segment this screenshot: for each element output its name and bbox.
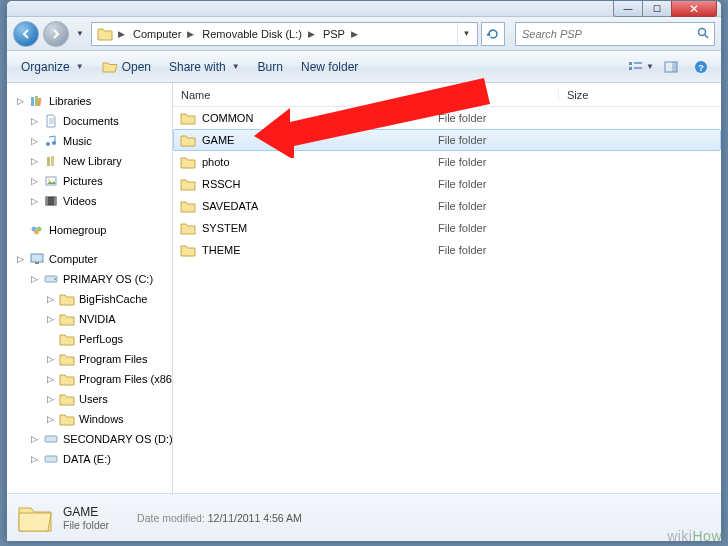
file-row[interactable]: RSSCHFile folder bbox=[173, 173, 721, 195]
file-row[interactable]: SAVEDATAFile folder bbox=[173, 195, 721, 217]
file-row[interactable]: THEMEFile folder bbox=[173, 239, 721, 261]
svg-rect-17 bbox=[46, 197, 48, 205]
breadcrumb-disk[interactable]: Removable Disk (L:) bbox=[196, 28, 306, 40]
column-size[interactable]: Size bbox=[559, 89, 639, 101]
address-bar[interactable]: ▶ Computer ▶ Removable Disk (L:) ▶ PSP ▶… bbox=[91, 22, 478, 46]
file-row[interactable]: SYSTEMFile folder bbox=[173, 217, 721, 239]
folder-open-icon bbox=[102, 60, 118, 74]
tree-newlibrary[interactable]: ▷New Library bbox=[11, 151, 172, 171]
svg-point-10 bbox=[46, 142, 50, 146]
tree-videos[interactable]: ▷Videos bbox=[11, 191, 172, 211]
back-button[interactable] bbox=[13, 21, 39, 47]
tree-data[interactable]: ▷DATA (E:) bbox=[11, 449, 172, 469]
svg-point-0 bbox=[698, 29, 705, 36]
chevron-right-icon[interactable]: ▶ bbox=[116, 29, 127, 39]
explorer-window: — ☐ ✕ ▼ ▶ Computer ▶ Removable Disk (L:)… bbox=[6, 0, 722, 541]
videos-icon bbox=[43, 193, 59, 209]
navigation-bar: ▼ ▶ Computer ▶ Removable Disk (L:) ▶ PSP… bbox=[7, 17, 721, 51]
help-button[interactable]: ? bbox=[687, 55, 715, 79]
file-row[interactable]: photoFile folder bbox=[173, 151, 721, 173]
folder-icon bbox=[59, 391, 75, 407]
svg-point-15 bbox=[48, 179, 50, 181]
tree-primary-os[interactable]: ▷PRIMARY OS (C:) bbox=[11, 269, 172, 289]
refresh-button[interactable] bbox=[481, 22, 505, 46]
folder-icon bbox=[59, 351, 75, 367]
tree-nvidia[interactable]: ▷NVIDIA bbox=[11, 309, 172, 329]
drive-icon bbox=[43, 431, 59, 447]
tree-libraries[interactable]: ▷Libraries bbox=[11, 91, 172, 111]
search-box[interactable] bbox=[515, 22, 715, 46]
file-type: File folder bbox=[430, 178, 560, 190]
new-folder-button[interactable]: New folder bbox=[293, 55, 366, 79]
svg-rect-27 bbox=[45, 456, 57, 462]
folder-icon bbox=[180, 221, 196, 235]
file-list[interactable]: COMMONFile folderGAMEFile folderphotoFil… bbox=[173, 107, 721, 493]
column-name[interactable]: Name bbox=[173, 89, 429, 101]
svg-rect-4 bbox=[672, 62, 677, 72]
breadcrumb-folder[interactable]: PSP bbox=[317, 28, 349, 40]
tree-perflogs[interactable]: PerfLogs bbox=[11, 329, 172, 349]
forward-button[interactable] bbox=[43, 21, 69, 47]
search-icon[interactable] bbox=[692, 27, 714, 40]
breadcrumb-computer[interactable]: Computer bbox=[127, 28, 185, 40]
folder-icon bbox=[59, 311, 75, 327]
file-name: COMMON bbox=[202, 112, 253, 124]
pictures-icon bbox=[43, 173, 59, 189]
share-button[interactable]: Share with▼ bbox=[161, 55, 248, 79]
minimize-button[interactable]: — bbox=[613, 1, 643, 17]
chevron-right-icon[interactable]: ▶ bbox=[349, 29, 360, 39]
tree-computer[interactable]: ▷Computer bbox=[11, 249, 172, 269]
folder-icon bbox=[180, 155, 196, 169]
svg-point-21 bbox=[34, 230, 39, 235]
preview-pane-button[interactable] bbox=[657, 55, 685, 79]
titlebar[interactable]: — ☐ ✕ bbox=[7, 1, 721, 17]
maximize-button[interactable]: ☐ bbox=[642, 1, 672, 17]
tree-secondary-os[interactable]: ▷SECONDARY OS (D:) bbox=[11, 429, 172, 449]
folder-icon bbox=[59, 291, 75, 307]
tree-windows[interactable]: ▷Windows bbox=[11, 409, 172, 429]
folder-icon bbox=[59, 331, 75, 347]
folder-icon bbox=[96, 25, 114, 43]
nav-history-dropdown[interactable]: ▼ bbox=[73, 25, 87, 43]
chevron-right-icon[interactable]: ▶ bbox=[185, 29, 196, 39]
column-headers: Name Type Size bbox=[173, 83, 721, 107]
tree-homegroup[interactable]: Homegroup bbox=[11, 220, 172, 240]
address-dropdown[interactable]: ▼ bbox=[457, 23, 475, 45]
folder-icon bbox=[180, 177, 196, 191]
details-type: File folder bbox=[63, 519, 109, 531]
tree-users[interactable]: ▷Users bbox=[11, 389, 172, 409]
open-button[interactable]: Open bbox=[94, 55, 159, 79]
navigation-tree[interactable]: ▷Libraries ▷Documents ▷Music ▷New Librar… bbox=[7, 83, 173, 493]
file-type: File folder bbox=[430, 244, 560, 256]
file-name: GAME bbox=[202, 134, 234, 146]
column-type[interactable]: Type bbox=[429, 89, 559, 101]
window-buttons: — ☐ ✕ bbox=[614, 1, 717, 17]
folder-icon bbox=[180, 133, 196, 147]
file-name: SYSTEM bbox=[202, 222, 247, 234]
close-button[interactable]: ✕ bbox=[671, 1, 717, 17]
organize-button[interactable]: Organize▼ bbox=[13, 55, 92, 79]
file-name: THEME bbox=[202, 244, 241, 256]
document-icon bbox=[43, 113, 59, 129]
tree-progfilesx86[interactable]: ▷Program Files (x86) bbox=[11, 369, 172, 389]
svg-rect-12 bbox=[47, 157, 50, 166]
file-name: photo bbox=[202, 156, 230, 168]
folder-icon bbox=[180, 199, 196, 213]
tree-progfiles[interactable]: ▷Program Files bbox=[11, 349, 172, 369]
svg-rect-22 bbox=[31, 254, 43, 262]
libraries-icon bbox=[29, 93, 45, 109]
details-modified: Date modified: 12/11/2011 4:56 AM bbox=[137, 512, 302, 524]
music-icon bbox=[43, 133, 59, 149]
file-row[interactable]: GAMEFile folder bbox=[173, 129, 721, 151]
tree-music[interactable]: ▷Music bbox=[11, 131, 172, 151]
tree-documents[interactable]: ▷Documents bbox=[11, 111, 172, 131]
file-row[interactable]: COMMONFile folder bbox=[173, 107, 721, 129]
view-options-button[interactable]: ▼ bbox=[627, 55, 655, 79]
tree-bigfish[interactable]: ▷BigFishCache bbox=[11, 289, 172, 309]
file-name: SAVEDATA bbox=[202, 200, 258, 212]
tree-pictures[interactable]: ▷Pictures bbox=[11, 171, 172, 191]
burn-button[interactable]: Burn bbox=[250, 55, 291, 79]
file-type: File folder bbox=[430, 134, 560, 146]
search-input[interactable] bbox=[516, 28, 692, 40]
chevron-right-icon[interactable]: ▶ bbox=[306, 29, 317, 39]
